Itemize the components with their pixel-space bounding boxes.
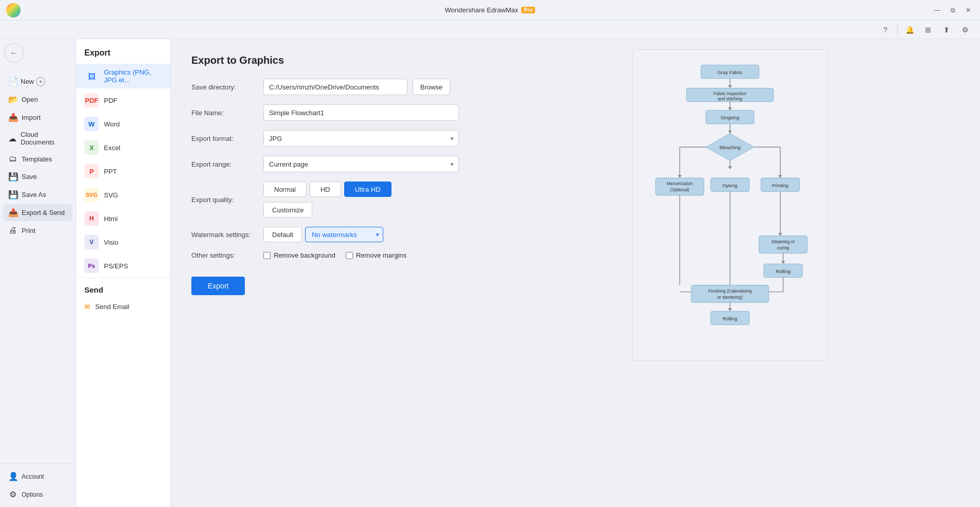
- svg-text:Steaming or: Steaming or: [771, 239, 795, 244]
- quality-ultrahd-button[interactable]: Ultra HD: [344, 182, 391, 197]
- sidebar-nav: 📄 New + 📂 Open 📥 Import ☁ Cloud Document…: [0, 71, 76, 463]
- open-icon: 📂: [8, 95, 17, 104]
- pdf-label: PDF: [104, 97, 117, 104]
- share-icon[interactable]: ⬆: [940, 23, 953, 37]
- save-icon: 💾: [8, 172, 17, 182]
- html-label: Html: [104, 215, 118, 223]
- export-item-pdf[interactable]: PDF PDF: [76, 88, 170, 112]
- ppt-icon: P: [84, 164, 99, 178]
- sidebar-item-export[interactable]: 📤 Export & Send: [3, 204, 73, 221]
- export-item-ps[interactable]: Ps PS/EPS: [76, 254, 170, 278]
- main-content: Export to Graphics Save directory: Brows…: [171, 39, 980, 507]
- watermark-label: Watermark settings:: [191, 231, 258, 239]
- title-bar: Wondershare EdrawMax Pro — ⧉ ✕: [0, 0, 980, 21]
- remove-margins-checkbox[interactable]: [346, 252, 353, 259]
- account-icon: 👤: [8, 472, 17, 481]
- email-label: Send Email: [95, 303, 129, 311]
- svg-text:Rolling: Rolling: [722, 316, 737, 321]
- maximize-button[interactable]: ⧉: [947, 5, 958, 16]
- close-button[interactable]: ✕: [963, 5, 974, 16]
- sidebar-item-print[interactable]: 🖨 Print: [3, 222, 73, 239]
- sidebar-item-cloud[interactable]: ☁ Cloud Documents: [3, 127, 73, 150]
- export-item-excel[interactable]: X Excel: [76, 136, 170, 159]
- export-button[interactable]: Export: [191, 277, 245, 295]
- svg-icon: SVG: [84, 188, 99, 202]
- sidebar-item-account[interactable]: 👤 Account: [3, 468, 73, 485]
- export-range-row: Export range: Current page All pages Sel…: [191, 156, 459, 172]
- remove-background-checkbox[interactable]: [263, 252, 271, 259]
- svg-text:Fabric inspection: Fabric inspection: [714, 91, 746, 96]
- export-item-visio[interactable]: V Visio: [76, 230, 170, 254]
- watermark-select-wrapper: No watermarks Default watermark Custom w…: [305, 227, 383, 242]
- sidebar-item-save[interactable]: 💾 Save: [3, 168, 73, 185]
- saveas-icon: 💾: [8, 190, 17, 200]
- open-label: Open: [22, 96, 38, 103]
- save-directory-input[interactable]: [263, 79, 407, 95]
- ps-label: PS/EPS: [104, 262, 128, 270]
- sidebar-item-templates[interactable]: 🗂 Templates: [3, 151, 73, 167]
- export-panel: Export 🖼 Graphics (PNG, JPG et... PDF PD…: [76, 39, 171, 507]
- email-icon: ✉: [84, 303, 90, 311]
- svg-marker-19: [678, 175, 682, 178]
- svg-text:and stitching: and stitching: [718, 96, 742, 101]
- export-item-svg[interactable]: SVG SVG: [76, 183, 170, 207]
- help-icon[interactable]: ?: [879, 23, 892, 37]
- quality-normal-button[interactable]: Normal: [263, 182, 307, 197]
- send-item-email[interactable]: ✉ Send Email: [76, 298, 170, 315]
- export-format-wrapper: JPG PNG BMP SVG: [263, 130, 459, 147]
- file-name-label: File Name:: [191, 109, 258, 117]
- customize-row: Customize: [263, 202, 459, 218]
- watermark-default-button[interactable]: Default: [263, 227, 302, 242]
- save-directory-row: Save directory: Browse: [191, 79, 459, 95]
- templates-icon: 🗂: [8, 154, 17, 164]
- other-settings-row: Other settings: Remove background Remove…: [191, 251, 459, 259]
- tools-icon[interactable]: ⊞: [921, 23, 935, 37]
- export-item-graphics[interactable]: 🖼 Graphics (PNG, JPG et...: [76, 64, 170, 88]
- export-label: Export & Send: [22, 209, 65, 216]
- plus-icon[interactable]: +: [36, 77, 45, 86]
- export-item-html[interactable]: H Html: [76, 207, 170, 230]
- export-range-select[interactable]: Current page All pages Selected page: [263, 156, 459, 172]
- app-title-group: Wondershare EdrawMax Pro: [445, 6, 536, 14]
- svg-marker-3: [728, 85, 732, 88]
- options-label: Options: [22, 491, 43, 498]
- quality-hd-button[interactable]: HD: [310, 182, 341, 197]
- sidebar-item-new[interactable]: 📄 New +: [3, 73, 73, 90]
- notification-icon[interactable]: 🔔: [903, 23, 916, 37]
- export-format-select[interactable]: JPG PNG BMP SVG: [263, 130, 459, 147]
- watermark-select[interactable]: No watermarks Default watermark Custom w…: [305, 227, 383, 242]
- other-settings-group: Remove background Remove margins: [263, 251, 459, 259]
- watermark-row: Watermark settings: Default No watermark…: [191, 227, 459, 242]
- word-label: Word: [104, 120, 120, 128]
- export-section-title: Export: [76, 39, 170, 64]
- minimize-button[interactable]: —: [932, 5, 943, 16]
- sidebar-item-import[interactable]: 📥 Import: [3, 109, 73, 126]
- form-title: Export to Graphics: [191, 55, 459, 66]
- excel-label: Excel: [104, 144, 120, 152]
- export-format-label: Export format:: [191, 135, 258, 142]
- svg-rect-23: [655, 178, 704, 195]
- export-item-word[interactable]: W Word: [76, 112, 170, 136]
- export-item-ppt[interactable]: P PPT: [76, 159, 170, 183]
- back-button[interactable]: ←: [4, 43, 24, 63]
- svg-marker-8: [728, 107, 732, 111]
- sidebar-item-saveas[interactable]: 💾 Save As: [3, 186, 73, 203]
- customize-button[interactable]: Customize: [263, 202, 312, 218]
- svg-text:Bleaching: Bleaching: [719, 145, 740, 150]
- cloud-icon: ☁: [8, 134, 16, 143]
- svg-marker-39: [781, 261, 785, 264]
- svg-text:or stentering): or stentering): [717, 295, 743, 300]
- sidebar: ← 📄 New + 📂 Open 📥 Import ☁ Cloud Docume…: [0, 39, 76, 507]
- svg-marker-16: [728, 167, 732, 170]
- export-format-row: Export format: JPG PNG BMP SVG: [191, 130, 459, 147]
- settings-icon[interactable]: ⚙: [958, 23, 972, 37]
- sidebar-item-options[interactable]: ⚙ Options: [3, 486, 73, 503]
- avatar[interactable]: [6, 3, 21, 17]
- svg-text:curing: curing: [777, 245, 789, 250]
- remove-margins-label[interactable]: Remove margins: [346, 251, 406, 259]
- svg-text:(Optional): (Optional): [670, 187, 689, 192]
- file-name-input[interactable]: [263, 104, 459, 121]
- browse-button[interactable]: Browse: [413, 79, 450, 95]
- remove-background-label[interactable]: Remove background: [263, 251, 335, 259]
- sidebar-item-open[interactable]: 📂 Open: [3, 91, 73, 108]
